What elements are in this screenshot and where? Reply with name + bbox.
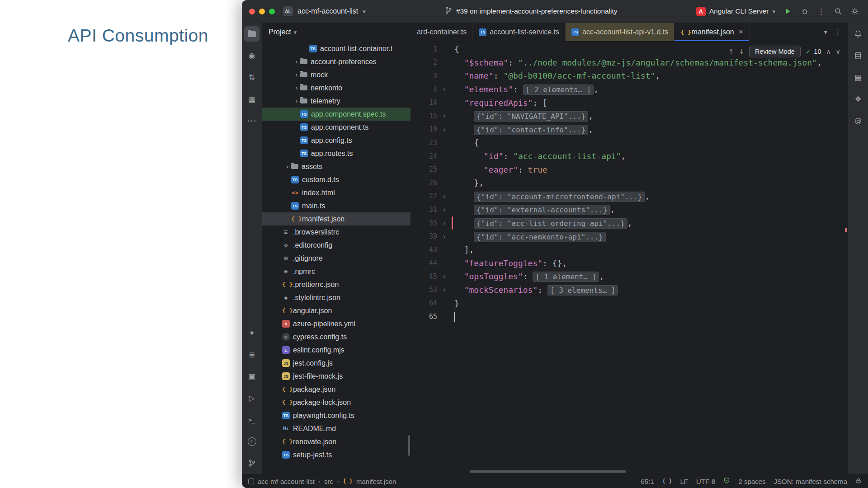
- mentions-icon[interactable]: @: [850, 113, 866, 128]
- tree-item-setup-jest.ts[interactable]: TSsetup-jest.ts: [262, 448, 410, 461]
- breadcrumb-src[interactable]: src: [324, 478, 333, 485]
- line-number: 3: [411, 72, 437, 80]
- tree-item-.npmrc[interactable]: ≡.npmrc: [262, 265, 410, 278]
- breadcrumb-project[interactable]: acc-mf-account-list: [258, 478, 315, 485]
- notifications-icon[interactable]: [850, 26, 866, 42]
- tree-item-app.component.ts[interactable]: TSapp.component.ts: [262, 121, 410, 134]
- previous-change-icon[interactable]: ↑: [728, 48, 734, 55]
- tree-item-manifest.json[interactable]: { }manifest.json: [262, 212, 410, 225]
- shield-icon[interactable]: [723, 477, 730, 485]
- more-tools-icon[interactable]: ⋯: [244, 113, 259, 128]
- tree-item-app.config.ts[interactable]: TSapp.config.ts: [262, 134, 410, 147]
- fold-marker-icon[interactable]: ›: [437, 286, 452, 294]
- fold-marker-icon[interactable]: ›: [437, 85, 452, 94]
- caret-position[interactable]: 65:1: [641, 478, 654, 485]
- fold-marker-icon[interactable]: ›: [437, 192, 452, 201]
- fold-marker-icon[interactable]: ›: [437, 219, 452, 227]
- close-tab-icon[interactable]: ×: [739, 28, 743, 37]
- zoom-button[interactable]: [269, 9, 275, 14]
- copilot-icon[interactable]: ✦: [244, 325, 259, 341]
- run-button[interactable]: [782, 5, 794, 18]
- structure-icon[interactable]: ▦: [244, 91, 259, 107]
- file-encoding[interactable]: UTF-8: [696, 478, 716, 485]
- tab-overflow-icon[interactable]: ▾: [824, 28, 827, 36]
- tree-item-renovate.json[interactable]: { }renovate.json: [262, 435, 410, 448]
- tab-acc-account-list-api-v1.d.ts[interactable]: TSacc-account-list-api-v1.d.ts: [566, 23, 675, 41]
- tree-item-custom.d.ts[interactable]: TScustom.d.ts: [262, 173, 410, 186]
- fold-marker-icon[interactable]: ›: [437, 272, 452, 281]
- todo-icon[interactable]: ≣: [244, 347, 259, 362]
- database-icon[interactable]: [850, 48, 866, 63]
- chevron-up-icon[interactable]: ∧: [826, 48, 831, 55]
- fold-marker-icon[interactable]: ›: [437, 112, 452, 120]
- code-area[interactable]: 1{2"$schema": "../node_modules/@mz-js/an…: [411, 42, 848, 474]
- settings-icon[interactable]: [849, 5, 861, 18]
- terminal-icon[interactable]: >_: [244, 412, 259, 427]
- tree-item-.gitignore[interactable]: ⊘.gitignore: [262, 252, 410, 265]
- version-control-icon[interactable]: [244, 455, 259, 471]
- next-change-icon[interactable]: ↓: [739, 48, 744, 55]
- tree-item-jest-file-mock.js[interactable]: JSjest-file-mock.js: [262, 370, 410, 383]
- inspections-count[interactable]: 10: [814, 48, 821, 55]
- tree-item-app.routes.ts[interactable]: TSapp.routes.ts: [262, 147, 410, 160]
- error-stripe-mark[interactable]: [845, 228, 847, 232]
- branch-widget[interactable]: #39 on implement-account-preferences-fun…: [444, 6, 618, 16]
- tree-item-nemkonto[interactable]: ›nemkonto: [262, 81, 410, 94]
- more-actions-icon[interactable]: ⋮: [815, 5, 827, 18]
- tree-item-package.json[interactable]: { }package.json: [262, 383, 410, 396]
- tree-item-eslint.config.mjs[interactable]: Eeslint.config.mjs: [262, 343, 410, 357]
- file-type[interactable]: JSON: manifest-schema: [774, 478, 847, 485]
- tree-item-app.component.spec.ts[interactable]: TSapp.component.spec.ts: [262, 108, 410, 121]
- tree-item-package-lock.json[interactable]: { }package-lock.json: [262, 396, 410, 409]
- tree-item-.browserslistrc[interactable]: ≡.browserslistrc: [262, 225, 410, 239]
- commit-icon[interactable]: ◉: [244, 48, 259, 63]
- minimize-button[interactable]: [259, 9, 265, 14]
- project-icon[interactable]: [244, 26, 259, 42]
- lock-icon[interactable]: [855, 478, 862, 485]
- tree-item-main.ts[interactable]: TSmain.ts: [262, 199, 410, 212]
- tree-item-account-list-container.t[interactable]: TSaccount-list-container.t: [262, 42, 410, 55]
- tab-manifest.json[interactable]: { }manifest.json×: [675, 23, 749, 41]
- tree-item-.editorconfig[interactable]: ⚙.editorconfig: [262, 239, 410, 252]
- ai-assistant-icon[interactable]: ▤: [850, 70, 866, 85]
- tree-item-playwright.config.ts[interactable]: TSplaywright.config.ts: [262, 409, 410, 422]
- tree-item-.stylelintrc.json[interactable]: ◈.stylelintrc.json: [262, 291, 410, 304]
- run-tool-icon[interactable]: ▷: [244, 390, 259, 406]
- code-line-45: 45›"opsToggles": [ 1 element… ],: [411, 270, 848, 283]
- tab-account-list-service.ts[interactable]: TSaccount-list-service.ts: [473, 23, 566, 41]
- tree-item-mock[interactable]: ›mock: [262, 68, 410, 81]
- pull-requests-icon[interactable]: ⇅: [244, 70, 259, 85]
- tree-item-angular.json[interactable]: { }angular.json: [262, 304, 410, 317]
- tree-item-azure-pipelines.yml[interactable]: Aazure-pipelines.yml: [262, 317, 410, 330]
- fold-marker-icon[interactable]: ›: [437, 205, 452, 214]
- tab-ard-container.ts[interactable]: ard-container.ts: [411, 23, 473, 41]
- fold-marker-icon[interactable]: ›: [437, 232, 452, 241]
- tree-item-assets[interactable]: ›assets: [262, 160, 410, 173]
- review-mode-button[interactable]: Review Mode: [749, 46, 801, 57]
- tree-item-cypress.config.ts[interactable]: Ccypress.config.ts: [262, 330, 410, 343]
- plugins-icon[interactable]: ❖: [850, 91, 866, 107]
- tree-item-.prettierrc.json[interactable]: { }.prettierrc.json: [262, 278, 410, 291]
- search-icon[interactable]: [832, 5, 844, 18]
- tree-item-account-preferences[interactable]: ›account-preferences: [262, 55, 410, 68]
- horizontal-scrollbar[interactable]: [470, 470, 626, 473]
- tree-item-telemetry[interactable]: ›telemetry: [262, 94, 410, 108]
- run-configuration[interactable]: A Angular CLI Server ▾: [696, 7, 775, 16]
- tree-item-README.md[interactable]: M↓README.md: [262, 422, 410, 435]
- chevron-down-icon[interactable]: ∨: [836, 48, 840, 55]
- tree-item-index.html[interactable]: <>index.html: [262, 186, 410, 199]
- indent-setting[interactable]: 2 spaces: [738, 478, 765, 485]
- problems-icon[interactable]: !: [244, 434, 259, 449]
- services-icon[interactable]: ▣: [244, 369, 259, 384]
- debug-button[interactable]: [798, 5, 811, 18]
- tree-item-jest.config.js[interactable]: JSjest.config.js: [262, 357, 410, 370]
- fold-marker-icon[interactable]: ›: [437, 125, 452, 134]
- project-panel-header[interactable]: Project ▾: [262, 23, 410, 41]
- line-separator[interactable]: LF: [680, 478, 688, 485]
- close-button[interactable]: [249, 9, 255, 14]
- typescript-file-icon: TS: [300, 110, 308, 118]
- project-name[interactable]: acc-mf-account-list: [297, 7, 358, 15]
- breadcrumb-file[interactable]: manifest.json: [356, 478, 396, 485]
- panel-scrollbar[interactable]: [408, 435, 410, 456]
- tab-options-icon[interactable]: ⋮: [835, 28, 841, 36]
